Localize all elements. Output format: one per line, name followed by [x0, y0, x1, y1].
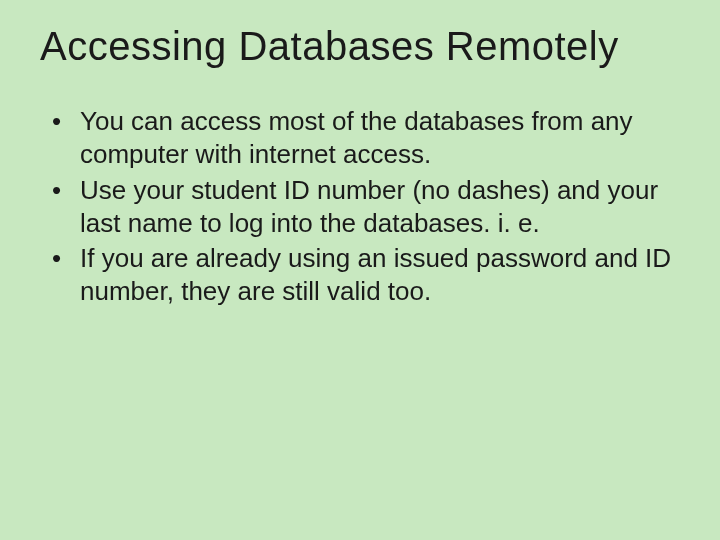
list-item: If you are already using an issued passw… [52, 242, 680, 309]
list-item: You can access most of the databases fro… [52, 105, 680, 172]
slide: Accessing Databases Remotely You can acc… [0, 0, 720, 351]
list-item: Use your student ID number (no dashes) a… [52, 174, 680, 241]
bullet-list: You can access most of the databases fro… [40, 105, 680, 309]
slide-title: Accessing Databases Remotely [40, 24, 680, 69]
